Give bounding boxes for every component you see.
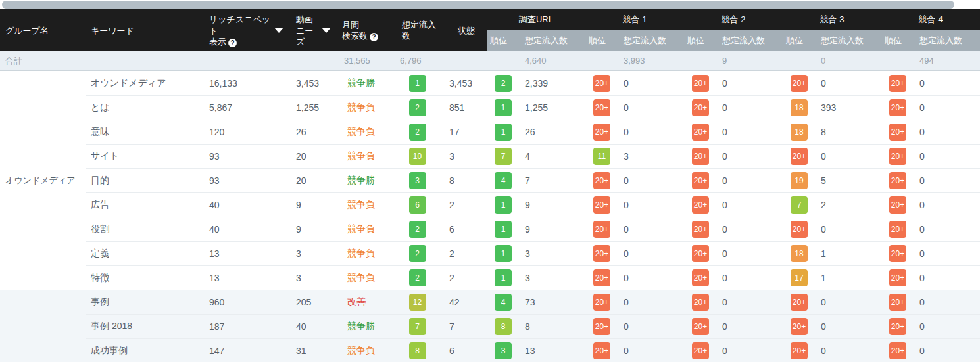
competitor-inflow-value: 3	[618, 144, 684, 168]
rank-badge: 20+	[889, 245, 906, 262]
rank-badge: 6	[409, 196, 426, 214]
sort-caret-icon[interactable]	[322, 28, 331, 33]
table-row: 広告 40 9 競争負 6 2 1920+020+07220+0	[0, 192, 980, 217]
competitor-rank-cell: 20+	[684, 168, 717, 192]
group-cell	[0, 95, 86, 120]
rank-badge: 7	[791, 196, 808, 214]
col-header-label: キーワード	[91, 25, 134, 36]
rank-badge: 1	[495, 245, 512, 262]
rank-badge: 20+	[593, 99, 610, 116]
col-header-group-name: グループ名	[0, 9, 86, 51]
competitor-rank-cell: 1	[487, 265, 520, 290]
competitor-rank-cell: 20+	[881, 71, 914, 95]
competitor-rank-cell: 20+	[684, 95, 717, 120]
site-rank-cell: 1	[393, 71, 442, 95]
rank-badge: 20+	[692, 342, 709, 359]
group-cell	[0, 120, 86, 144]
rank-badge: 3	[409, 172, 426, 189]
rank-badge: 20+	[692, 318, 709, 335]
competitor-rank-cell: 8	[487, 314, 520, 338]
sort-caret-icon[interactable]	[274, 28, 283, 33]
competitor-inflow-value: 0	[914, 241, 980, 265]
rank-badge: 1	[409, 75, 426, 92]
rank-badge: 20+	[791, 148, 808, 165]
competitor-rank-cell: 20+	[783, 338, 816, 362]
competitor-inflow-value: 0	[914, 168, 980, 192]
help-icon[interactable]: ?	[228, 39, 237, 47]
rank-badge: 20+	[889, 269, 906, 286]
rank-badge: 20+	[889, 221, 906, 238]
competitor-inflow-value: 0	[717, 168, 783, 192]
help-icon[interactable]: ?	[370, 33, 378, 41]
totals-label: 合計	[0, 51, 86, 70]
competitor-rank-cell: 20+	[881, 314, 914, 338]
group-cell	[0, 290, 86, 314]
competitor-rank-cell: 20+	[585, 314, 618, 338]
competitor-rank-cell: 1	[487, 120, 520, 144]
table-row: 事例 2018 187 40 競争勝 7 7 8820+020+020+020+…	[0, 314, 980, 338]
competitor-rank-cell: 20+	[684, 265, 717, 290]
site-rank-cell: 2	[393, 265, 442, 290]
rank-badge: 3	[495, 342, 512, 359]
rank-badge: 4	[495, 172, 512, 189]
competitor-inflow-value: 9	[520, 217, 585, 241]
competitor-header-area: 調査URL競合 1競合 2競合 3競合 4 順位想定流入数順位想定流入数順位想定…	[487, 9, 980, 51]
rank-badge: 2	[409, 269, 426, 286]
horizontal-scrollbar-track[interactable]	[0, 0, 980, 9]
table-body: オウンドメディア 16,133 3,453 競争勝 1 3,453 22,339…	[0, 71, 980, 362]
site-inflow-value: 2	[442, 192, 487, 217]
rank-badge: 20+	[889, 294, 906, 311]
competitor-inflow-value: 3	[520, 265, 585, 290]
competitor-inflow-value: 0	[914, 314, 980, 338]
keyword-ranking-table: グループ名 キーワード リッチスニペット 表示? 動画 ニーズ 月間 検索数?	[0, 0, 980, 362]
status-label: 競争負	[337, 95, 393, 120]
group-cell	[0, 241, 86, 265]
rank-badge: 20+	[791, 294, 808, 311]
competitor-inflow-value: 1	[816, 265, 881, 290]
rank-badge: 1	[495, 99, 512, 116]
competitor-rank-cell: 20+	[585, 338, 618, 362]
site-rank-cell: 8	[393, 338, 442, 362]
competitor-rank-cell: 4	[487, 290, 520, 314]
table-row: 役割 40 9 競争負 2 6 1920+020+020+020+0	[0, 217, 980, 241]
rank-badge: 20+	[692, 148, 709, 165]
rank-badge: 10	[409, 148, 426, 165]
col-header-rich-snippet[interactable]: リッチスニペット 表示?	[201, 9, 289, 51]
competitor-inflow-value: 0	[717, 217, 783, 241]
col-header-est-inflow: 想定流入数	[393, 9, 442, 51]
competitor-rank-cell: 7	[487, 144, 520, 168]
competitor-inflow-value: 2,339	[520, 71, 585, 95]
competitor-inflow-value: 0	[816, 314, 881, 338]
competitor-rank-cell: 20+	[684, 120, 717, 144]
competitor-inflow-value: 2	[816, 192, 881, 217]
rank-badge: 20+	[692, 99, 709, 116]
rank-badge: 1	[495, 124, 512, 141]
rank-badge: 20+	[692, 221, 709, 238]
rank-badge: 18	[791, 124, 808, 141]
keyword-cell: とは	[86, 95, 201, 120]
horizontal-scrollbar-thumb[interactable]	[2, 1, 954, 9]
site-inflow-value: 8	[442, 168, 487, 192]
col-header-video-needs[interactable]: 動画 ニーズ	[289, 9, 337, 51]
competitor-inflow-value: 1	[816, 241, 881, 265]
competitor-rank-cell: 20+	[684, 144, 717, 168]
col-header-label-line2: 表示	[209, 37, 226, 47]
rank-badge: 20+	[593, 245, 610, 262]
competitor-rank-cell: 20+	[684, 314, 717, 338]
competitor-rank-cell: 20+	[684, 338, 717, 362]
col-header-label-line1: 月間	[342, 19, 378, 30]
competitor-rank-cell: 1	[487, 217, 520, 241]
col-header-label: 想定流入数	[402, 19, 442, 41]
monthly-search-value: 16,133	[201, 71, 289, 95]
competitor-rank-cell: 20+	[585, 95, 618, 120]
site-inflow-value: 3	[442, 144, 487, 168]
competitor-rank-cell: 20+	[783, 290, 816, 314]
competitor-inflow-value: 0	[717, 314, 783, 338]
competitor-inflow-value: 0	[914, 71, 980, 95]
totals-rank-cell	[487, 51, 520, 70]
competitor-rank-cell: 20+	[585, 71, 618, 95]
group-cell	[0, 265, 86, 290]
competitor-rank-cell: 20+	[684, 71, 717, 95]
competitor-inflow-value: 0	[717, 71, 783, 95]
competitor-rank-cell: 20+	[585, 168, 618, 192]
